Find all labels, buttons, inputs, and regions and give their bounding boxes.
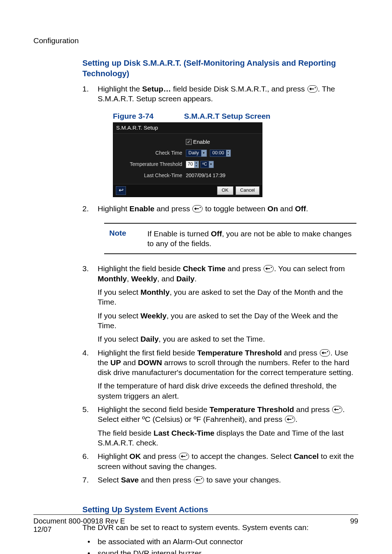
enable-checkbox[interactable]: ✓ Enable <box>186 138 210 146</box>
bold: Off <box>211 229 222 238</box>
enable-label: Enable <box>193 138 210 146</box>
temp-unit-dropdown[interactable]: ºC ▾ <box>200 161 213 168</box>
doc-date: 12/07 <box>33 525 358 534</box>
enter-icon <box>332 406 342 413</box>
doc-id: Document 800-00918 Rev E <box>33 517 125 525</box>
last-check-value: 2007/09/14 17:39 <box>186 172 225 179</box>
text: Highlight the field beside <box>98 264 183 273</box>
page-number: 99 <box>350 517 358 525</box>
check-time-dropdown[interactable]: Daily ▾ <box>186 150 207 157</box>
bold: Monthly <box>140 288 170 296</box>
text: and <box>278 204 295 213</box>
bold: Setup… <box>142 85 171 93</box>
bold: Temperature Threshold <box>209 405 294 414</box>
enter-icon <box>192 205 203 212</box>
text: Highlight the first field beside <box>98 349 197 357</box>
text: Highlight the <box>98 85 142 93</box>
list-item: be associated with an Alarm-Out connecto… <box>82 536 358 547</box>
temp-value-spinner[interactable]: 70 ▴▾ <box>186 161 199 168</box>
text: . <box>295 415 298 423</box>
text: to save your changes. <box>204 476 281 484</box>
spinner-value: 00:00 <box>210 150 226 156</box>
enter-icon <box>179 453 189 460</box>
step-5: 5. Highlight the second field beside Tem… <box>82 404 358 448</box>
text: to toggle between <box>203 204 267 213</box>
step-2: 2. Highlight Enable and press to toggle … <box>82 204 358 213</box>
back-button[interactable]: ↩ <box>116 186 126 195</box>
text: and press <box>225 264 263 273</box>
ok-button[interactable]: OK <box>217 186 233 195</box>
step-num: 5. <box>82 404 89 414</box>
running-head: Configuration <box>33 36 358 45</box>
text: . <box>306 204 308 213</box>
enter-icon <box>264 265 274 272</box>
text: and press <box>154 204 192 213</box>
bold: Last Check-Time <box>154 429 215 437</box>
note-label: Note <box>104 229 147 249</box>
text: Highlight <box>98 452 130 460</box>
dropdown-value: Daily <box>186 150 201 156</box>
enter-icon <box>285 416 295 423</box>
bold: Daily <box>176 274 195 283</box>
check-time-spinner[interactable]: 00:00 ▴▾ <box>210 150 231 157</box>
bold: Weekly <box>140 311 167 320</box>
figure-title: S.M.A.R.T Setup Screen <box>184 112 270 120</box>
bold: UP <box>110 358 121 367</box>
note-text: If Enable is turned Off, you are not be … <box>147 229 356 249</box>
bold: Temperature Threshold <box>197 349 282 357</box>
bold: On <box>268 204 278 213</box>
page-footer: Document 800-00918 Rev E 99 12/07 <box>33 514 358 534</box>
check-icon: ✓ <box>186 139 192 145</box>
text: . <box>195 274 197 283</box>
step-6: 6. Highlight OK and press to accept the … <box>82 451 358 471</box>
text: If you select <box>98 335 140 343</box>
text: The field beside <box>98 429 154 437</box>
text: and <box>121 358 138 367</box>
step-num: 7. <box>82 475 89 485</box>
step-7: 7. Select Save and then press to save yo… <box>82 475 358 485</box>
bold: Weekly <box>131 274 157 283</box>
text: , <box>127 274 131 283</box>
text: field beside Disk S.M.A.R.T., and press <box>171 85 307 93</box>
divider <box>33 514 358 515</box>
figure-caption: Figure 3-74 S.M.A.R.T Setup Screen <box>113 111 358 121</box>
cancel-button[interactable]: Cancel <box>236 186 260 195</box>
check-time-label: Check Time <box>117 150 186 156</box>
heading-smart-setup: Setting up Disk S.M.A.R.T. (Self-Monitor… <box>82 58 358 79</box>
bold: OK <box>130 452 141 460</box>
divider <box>104 253 356 254</box>
text: If you select <box>98 311 140 320</box>
text: Highlight the second field beside <box>98 405 209 414</box>
text: If you select <box>98 288 140 296</box>
bold: Daily <box>140 335 159 343</box>
enter-icon <box>307 85 318 93</box>
step-3: 3. Highlight the field beside Check Time… <box>82 264 358 344</box>
bold: Monthly <box>98 274 127 283</box>
text: , you are asked to set the Time. <box>159 335 265 343</box>
bold: DOWN <box>138 358 162 367</box>
bold: Cancel <box>294 452 319 460</box>
step-num: 6. <box>82 451 89 461</box>
text: , and <box>157 274 176 283</box>
step-4: 4. Highlight the first field beside Temp… <box>82 348 358 401</box>
step-num: 4. <box>82 348 89 358</box>
enter-icon <box>320 349 330 357</box>
text: to accept the changes. Select <box>189 452 294 460</box>
text: . You can select from <box>274 264 345 273</box>
text: If Enable is turned <box>147 229 211 238</box>
bold: Enable <box>130 204 155 213</box>
text: and press <box>282 349 319 357</box>
bold: Check Time <box>183 264 226 273</box>
step-num: 2. <box>82 204 89 213</box>
smart-setup-dialog: S.M.A.R.T. Setup ✓ Enable Check Time Dai… <box>113 122 262 197</box>
spinner-arrows: ▴▾ <box>194 161 199 168</box>
figure-label: Figure 3-74 <box>113 112 154 120</box>
spinner-arrows: ▴▾ <box>226 150 230 156</box>
list-item: sound the DVR internal buzzer <box>82 547 358 554</box>
dropdown-value: ºC <box>201 162 208 167</box>
last-check-label: Last Check-Time <box>117 172 186 179</box>
text: and press <box>141 452 179 460</box>
step-num: 3. <box>82 264 89 273</box>
back-arrow-icon: ↩ <box>119 187 123 194</box>
heading-system-events: Setting Up System Event Actions <box>82 505 358 514</box>
